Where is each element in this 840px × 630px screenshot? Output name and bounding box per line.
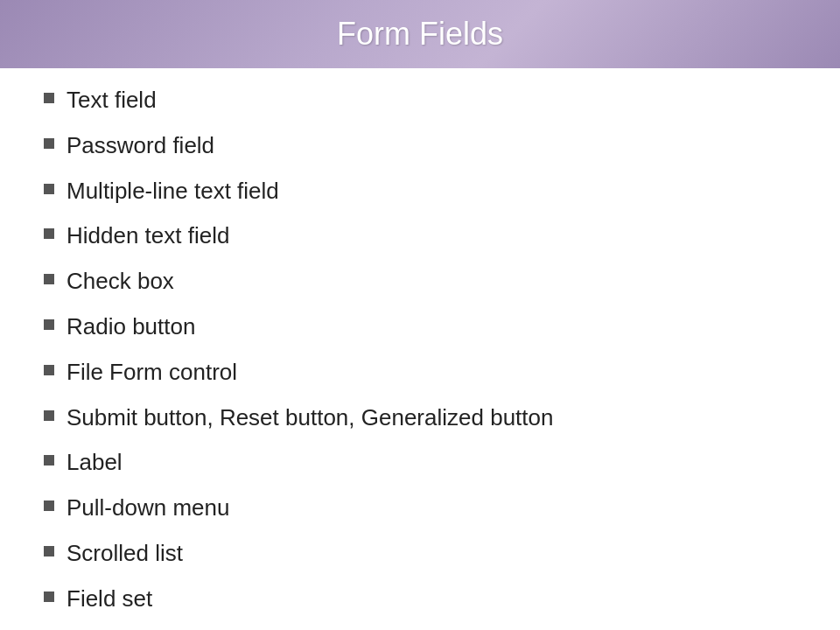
bullet-icon xyxy=(44,500,54,511)
item-text: Multiple-line text field xyxy=(66,177,279,206)
item-text: Label xyxy=(66,448,122,478)
list-item: Check box xyxy=(44,267,796,297)
bullet-icon xyxy=(44,592,54,602)
list-item: Pull-down menu xyxy=(44,494,796,523)
bullet-icon xyxy=(44,138,54,149)
list-item: Submit button, Reset button, Generalized… xyxy=(44,403,796,433)
item-text: Pull-down menu xyxy=(66,494,229,523)
list-item: Field set xyxy=(44,584,796,614)
item-text: Submit button, Reset button, Generalized… xyxy=(66,403,553,433)
item-text: Field set xyxy=(66,584,152,614)
item-text: Hidden text field xyxy=(66,221,229,251)
bullet-icon xyxy=(44,319,54,330)
item-text: Password field xyxy=(66,131,214,161)
list-item: Label xyxy=(44,448,796,478)
item-text: Check box xyxy=(66,267,174,297)
slide-title: Form Fields xyxy=(337,16,503,52)
list-item: Radio button xyxy=(44,312,796,342)
bullet-icon xyxy=(44,274,54,284)
item-text: Text field xyxy=(66,86,157,116)
list-item: Password field xyxy=(44,131,796,161)
bullet-icon xyxy=(44,546,54,556)
bullet-icon xyxy=(44,455,54,466)
bullet-icon xyxy=(44,365,54,375)
item-text: Scrolled list xyxy=(66,539,183,569)
bullet-icon xyxy=(44,93,54,103)
slide-content: Text fieldPassword fieldMultiple-line te… xyxy=(0,68,840,630)
list-item: File Form control xyxy=(44,358,796,388)
bullet-icon xyxy=(44,184,54,194)
list-item: Scrolled list xyxy=(44,539,796,569)
item-text: File Form control xyxy=(66,358,237,388)
item-text: Radio button xyxy=(66,312,195,342)
bullet-icon xyxy=(44,410,54,421)
list-item: Text field xyxy=(44,86,796,116)
list-item: Multiple-line text field xyxy=(44,177,796,206)
list-item: Hidden text field xyxy=(44,221,796,251)
slide: Form Fields Text fieldPassword fieldMult… xyxy=(0,0,840,630)
bullet-icon xyxy=(44,228,54,239)
slide-header: Form Fields xyxy=(0,0,840,68)
